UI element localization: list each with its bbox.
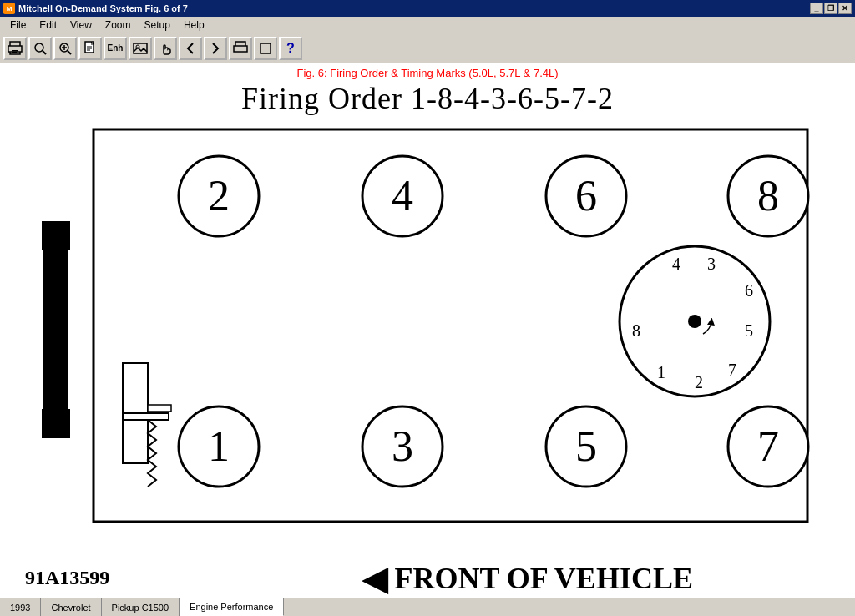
svg-line-6 (43, 51, 46, 54)
title-bar: M Mitchell On-Demand System Fig. 6 of 7 … (0, 0, 855, 17)
close-button[interactable]: ✕ (838, 3, 852, 14)
svg-rect-18 (234, 46, 247, 52)
window-title: Mitchell On-Demand System Fig. 6 of 7 (18, 3, 188, 13)
svg-text:2: 2 (208, 172, 230, 220)
toolbar-help-btn[interactable]: ? (279, 37, 302, 60)
image-id: 91A13599 (25, 567, 109, 589)
svg-text:3: 3 (392, 422, 413, 470)
restore-button[interactable]: ❐ (824, 3, 837, 14)
app-icon: M (3, 3, 15, 14)
toolbar-forward-btn[interactable] (204, 37, 227, 60)
svg-line-8 (68, 51, 71, 54)
figure-caption: Fig. 6: Firing Order & Timing Marks (5.0… (0, 63, 855, 81)
front-arrow-icon: ◀ (362, 558, 388, 598)
menu-setup[interactable]: Setup (138, 18, 177, 33)
toolbar: Enh ? (0, 33, 855, 63)
main-content: Fig. 6: Firing Order & Timing Marks (5.0… (0, 63, 855, 598)
svg-rect-20 (43, 221, 68, 438)
engine-diagram-svg: 2 4 6 8 1 3 5 (35, 121, 820, 530)
toolbar-image-btn[interactable] (129, 37, 152, 60)
status-tab-category[interactable]: Engine Performance (180, 598, 284, 616)
toolbar-doc-btn[interactable] (78, 37, 102, 60)
svg-text:1: 1 (208, 422, 230, 470)
menu-zoom[interactable]: Zoom (99, 18, 138, 33)
diagram-area: Firing Order 1-8-4-3-6-5-7-2 2 (0, 81, 855, 593)
menu-view[interactable]: View (63, 18, 99, 33)
status-tab-make[interactable]: Chevrolet (41, 598, 101, 616)
svg-text:2: 2 (695, 373, 703, 391)
svg-text:8: 8 (757, 172, 779, 220)
status-tab-year[interactable]: 1993 (0, 598, 41, 616)
svg-rect-21 (42, 221, 70, 250)
svg-text:6: 6 (745, 281, 753, 300)
toolbar-print-btn[interactable] (3, 37, 27, 60)
svg-point-5 (35, 43, 43, 52)
svg-rect-15 (134, 43, 147, 53)
svg-text:5: 5 (745, 321, 753, 340)
window-controls: _ ❐ ✕ (810, 3, 852, 14)
menu-file[interactable]: File (3, 18, 33, 33)
menu-bar: File Edit View Zoom Setup Help (0, 17, 855, 33)
front-label: FRONT OF VEHICLE (395, 561, 693, 596)
svg-text:4: 4 (392, 172, 413, 220)
svg-rect-3 (12, 50, 18, 52)
svg-text:7: 7 (728, 361, 736, 379)
toolbar-print2-btn[interactable] (229, 37, 252, 60)
status-tab-model[interactable]: Pickup C1500 (102, 598, 180, 616)
svg-rect-26 (148, 405, 171, 412)
toolbar-box-btn[interactable] (254, 37, 277, 60)
svg-text:6: 6 (575, 172, 597, 220)
toolbar-back-btn[interactable] (179, 37, 202, 60)
firing-order-title: Firing Order 1-8-4-3-6-5-7-2 (241, 81, 614, 116)
svg-text:4: 4 (672, 255, 680, 273)
menu-help[interactable]: Help (177, 18, 211, 33)
svg-rect-19 (261, 43, 271, 53)
toolbar-search-btn[interactable] (28, 37, 52, 60)
svg-text:5: 5 (575, 422, 597, 470)
svg-rect-22 (42, 409, 70, 438)
svg-rect-4 (12, 52, 17, 53)
svg-rect-25 (123, 413, 169, 420)
toolbar-hand-btn[interactable] (154, 37, 177, 60)
status-bar: 1993 Chevrolet Pickup C1500 Engine Perfo… (0, 598, 855, 616)
svg-text:8: 8 (632, 321, 640, 340)
svg-point-44 (688, 315, 701, 328)
svg-text:3: 3 (707, 255, 716, 273)
toolbar-zoom-btn[interactable] (53, 37, 77, 60)
toolbar-enhance-btn[interactable]: Enh (104, 37, 127, 60)
svg-text:1: 1 (657, 363, 665, 381)
menu-edit[interactable]: Edit (33, 18, 63, 33)
minimize-button[interactable]: _ (810, 3, 823, 14)
svg-text:7: 7 (757, 422, 779, 470)
